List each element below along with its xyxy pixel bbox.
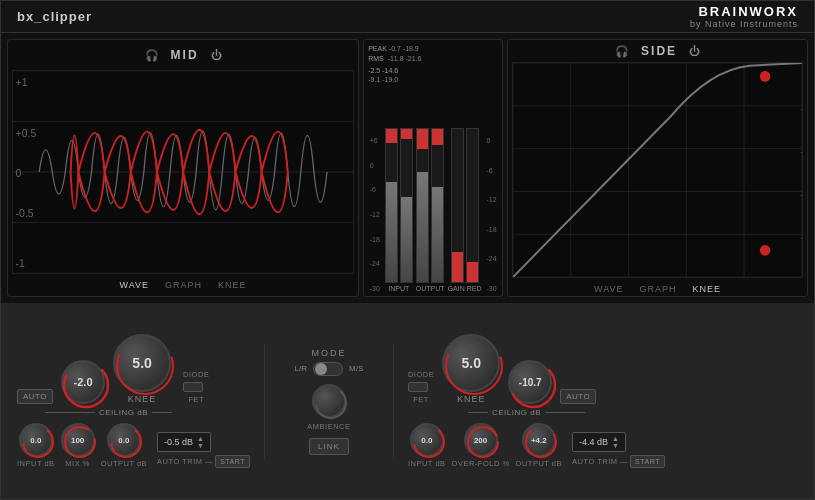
- gainred-meter-s: [466, 128, 479, 283]
- svg-text:-24: -24: [801, 190, 802, 200]
- input-meter-s: [400, 128, 413, 283]
- side-tab-graph[interactable]: GRAPH: [640, 284, 677, 294]
- side-tab-wave[interactable]: WAVE: [594, 284, 624, 294]
- output-meter-label: OUTPUT: [416, 285, 445, 292]
- controls-area: AUTO -2.0: [1, 303, 814, 499]
- svg-point-38: [316, 388, 346, 418]
- mid-power-icon[interactable]: ⏻: [211, 49, 222, 61]
- brand-name: BRAINWORX: [690, 4, 798, 19]
- mid-view-tabs: WAVE GRAPH KNEE: [12, 278, 354, 292]
- lr-label: L/R: [295, 364, 307, 373]
- mid-tab-graph[interactable]: GRAPH: [165, 280, 202, 290]
- side-output-knob[interactable]: +4.2: [522, 423, 556, 457]
- side-power-icon[interactable]: ⏻: [689, 45, 700, 57]
- input-meter-label: INPUT: [388, 285, 409, 292]
- mid-tab-knee[interactable]: KNEE: [218, 280, 247, 290]
- mode-controls-panel: MODE L/R M/S AMBIENCE: [264, 344, 394, 459]
- mid-start-button[interactable]: START: [215, 455, 250, 468]
- brand-info: BRAINWORX by Native Instruments: [690, 4, 798, 29]
- link-button[interactable]: LINK: [309, 438, 349, 455]
- rms-label: RMS -11.8 -21.6: [368, 54, 498, 64]
- side-overfold-knob-group: 200 OVER-FOLD %: [452, 423, 510, 468]
- side-tab-knee[interactable]: KNEE: [693, 284, 722, 294]
- mode-toggle-group: L/R M/S: [295, 362, 364, 376]
- mid-output-knob-group: 0.0 OUTPUT dB: [101, 423, 147, 468]
- mid-ceiling-knob[interactable]: -2.0: [61, 360, 105, 404]
- side-diode-fet: DIODE FET: [408, 370, 434, 404]
- mid-knee-knob[interactable]: 5.0: [113, 334, 171, 392]
- display-area: 🎧 MID ⏻ +1 +0.5 0 -0.5 -1: [1, 33, 814, 303]
- side-trim-arrows[interactable]: ▲ ▼: [612, 435, 619, 449]
- mid-input-knob[interactable]: 0.0: [19, 423, 53, 457]
- mid-headphone-icon[interactable]: 🎧: [145, 49, 159, 62]
- mid-header: 🎧 MID ⏻: [12, 44, 354, 66]
- mid-trim-arrows[interactable]: ▲ ▼: [197, 435, 204, 449]
- side-knee-knob[interactable]: 5.0: [442, 334, 500, 392]
- peak-mid-value: -0.7 -18.9: [389, 45, 419, 52]
- mid-label: MID: [171, 48, 199, 62]
- side-auto-button[interactable]: AUTO: [560, 389, 596, 404]
- svg-text:0: 0: [16, 168, 22, 179]
- ambience-knob[interactable]: [312, 384, 346, 418]
- output-meter-s: [431, 128, 444, 283]
- svg-point-37: [111, 427, 141, 457]
- mid-trim-group: -0.5 dB ▲ ▼ AUTO TRIM — START: [157, 432, 250, 468]
- mid-diode-label: DIODE: [183, 370, 209, 379]
- svg-point-40: [511, 363, 555, 407]
- mid-input-knob-group: 0.0 INPUT dB: [17, 423, 55, 468]
- mid-output-knob[interactable]: 0.0: [107, 423, 141, 457]
- plugin-logo: bx_clipper: [17, 9, 92, 24]
- mid-ceiling-knob-group: -2.0: [61, 360, 105, 404]
- mid-diode-fet: DIODE FET: [183, 370, 209, 404]
- svg-point-41: [414, 427, 444, 457]
- svg-point-33: [64, 363, 108, 407]
- svg-text:+0.5: +0.5: [16, 128, 37, 139]
- mid-display-section: 🎧 MID ⏻ +1 +0.5 0 -0.5 -1: [7, 39, 359, 297]
- side-auto-trim-label: AUTO TRIM —: [572, 457, 628, 466]
- svg-text:-30: -30: [801, 233, 802, 243]
- side-output-knob-group: +4.2 OUTPUT dB: [516, 423, 562, 468]
- svg-point-32: [760, 245, 771, 256]
- rms-mid-value: -11.8 -21.6: [388, 55, 422, 62]
- side-knee-graph: -30 -24 -18 -12 -6 0 0 -12 -18 -24 -30: [512, 62, 803, 278]
- mode-toggle-switch[interactable]: [313, 362, 343, 376]
- svg-point-43: [526, 427, 556, 457]
- mid-tab-wave[interactable]: WAVE: [120, 280, 150, 290]
- toggle-knob: [315, 363, 327, 375]
- side-headphone-icon[interactable]: 🎧: [615, 45, 629, 58]
- gainred-meter-m: [451, 128, 464, 283]
- output-meter-m: [416, 128, 429, 283]
- svg-point-36: [65, 427, 95, 457]
- side-ceiling-knob[interactable]: -10.7: [508, 360, 552, 404]
- side-input-knob[interactable]: 0.0: [410, 423, 444, 457]
- mid-mix-knob[interactable]: 100: [61, 423, 95, 457]
- mid-auto-button[interactable]: AUTO: [17, 389, 53, 404]
- side-diode-label: DIODE: [408, 370, 434, 379]
- peak-output-val: -2.5 -14.6: [368, 66, 498, 76]
- side-trim-value-display: -4.4 dB ▲ ▼: [572, 432, 626, 452]
- mid-controls-panel: AUTO -2.0: [11, 330, 256, 472]
- rms-output-val: -9.1 -19.0: [368, 75, 498, 85]
- side-ceiling-knob-group: -10.7: [508, 360, 552, 404]
- peak-label: PEAK -0.7 -18.9: [368, 44, 498, 54]
- brand-subtitle: by Native Instruments: [690, 19, 798, 29]
- side-start-button[interactable]: START: [630, 455, 665, 468]
- mid-diode-switch[interactable]: [183, 382, 203, 392]
- svg-text:-18: -18: [801, 147, 802, 157]
- svg-point-35: [23, 427, 53, 457]
- side-overfold-knob[interactable]: 200: [464, 423, 498, 457]
- header: bx_clipper BRAINWORX by Native Instrumen…: [1, 1, 814, 33]
- side-input-knob-group: 0.0 INPUT dB: [408, 423, 446, 468]
- mode-label: MODE: [311, 348, 346, 358]
- side-view-tabs: WAVE GRAPH KNEE: [512, 282, 803, 296]
- mid-auto-trim-label: AUTO TRIM —: [157, 457, 213, 466]
- svg-text:+1: +1: [16, 77, 28, 88]
- side-label: SIDE: [641, 44, 677, 58]
- mid-waveform-svg: +1 +0.5 0 -0.5 -1: [13, 71, 353, 273]
- link-group: LINK: [309, 435, 349, 455]
- svg-text:-12: -12: [801, 104, 802, 114]
- mid-knee-knob-group: 5.0 KNEE: [113, 334, 171, 404]
- side-diode-switch[interactable]: [408, 382, 428, 392]
- svg-point-39: [446, 338, 502, 394]
- side-trim-group: -4.4 dB ▲ ▼ AUTO TRIM — START: [572, 432, 665, 468]
